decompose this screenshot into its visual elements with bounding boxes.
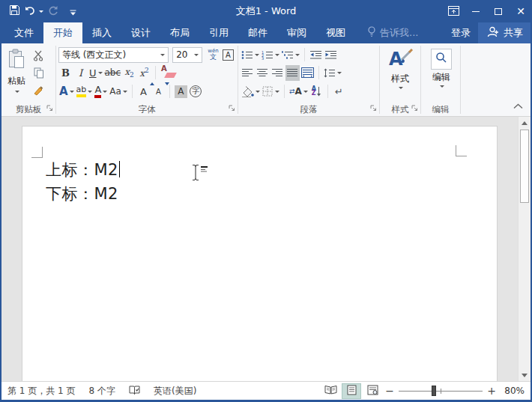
asian-layout-dropdown-arrow[interactable] <box>303 91 308 93</box>
editing-button[interactable]: 编辑 <box>423 46 459 103</box>
character-shading-button[interactable]: A <box>174 84 188 100</box>
bullets-dropdown-arrow[interactable] <box>255 54 259 56</box>
enclose-characters-button[interactable]: 字 <box>189 84 203 100</box>
increase-indent-button[interactable] <box>324 47 338 63</box>
undo-button[interactable] <box>25 3 42 19</box>
line-spacing-button[interactable] <box>323 65 342 81</box>
grow-font-button[interactable]: A <box>136 84 151 100</box>
multilevel-list-dropdown-arrow[interactable] <box>295 54 300 56</box>
line-spacing-dropdown-arrow[interactable] <box>337 72 342 74</box>
tab-view[interactable]: 视图 <box>316 22 355 43</box>
copy-button[interactable] <box>31 67 46 82</box>
italic-button[interactable]: I <box>73 65 88 81</box>
scroll-down-button[interactable] <box>519 369 531 381</box>
scrollbar-thumb[interactable] <box>520 130 529 203</box>
document-line-2[interactable]: 下标：M2 <box>46 183 118 204</box>
shading-button[interactable] <box>241 84 261 100</box>
cut-button[interactable] <box>31 49 46 64</box>
editing-dropdown-arrow[interactable] <box>440 85 444 88</box>
tab-references[interactable]: 引用 <box>199 22 238 43</box>
zoom-slider[interactable] <box>399 386 483 396</box>
share-button[interactable]: 共享 <box>478 22 532 43</box>
zoom-in-button[interactable]: + <box>486 385 498 397</box>
highlight-button[interactable]: ab <box>76 84 94 100</box>
language-indicator[interactable]: 英语(美国) <box>154 385 196 398</box>
borders-button[interactable] <box>262 84 280 100</box>
paragraph-dialog-launcher[interactable] <box>370 100 377 115</box>
paste-dropdown-arrow[interactable] <box>15 91 19 93</box>
styles-dropdown-arrow[interactable] <box>399 87 403 89</box>
multilevel-list-button[interactable] <box>281 47 300 63</box>
customize-qat-button[interactable] <box>64 3 81 19</box>
tell-me-box[interactable]: 告诉我... <box>360 22 426 43</box>
sign-in-button[interactable]: 登录 <box>444 22 478 43</box>
show-marks-button[interactable]: ↵ <box>332 84 346 100</box>
save-button[interactable] <box>6 3 22 19</box>
character-border-button[interactable]: A <box>221 47 235 63</box>
document-page[interactable]: 上标：M2 下标：M2 <box>22 126 498 381</box>
tab-review[interactable]: 审阅 <box>277 22 316 43</box>
sort-button[interactable]: AZ <box>309 84 324 100</box>
align-left-button[interactable] <box>241 65 255 81</box>
tab-home[interactable]: 开始 <box>43 22 82 43</box>
font-dialog-launcher[interactable] <box>229 100 235 115</box>
underline-button[interactable]: U <box>88 65 103 81</box>
change-case-dropdown-arrow[interactable] <box>123 91 127 93</box>
zoom-level[interactable]: 80% <box>499 386 525 396</box>
word-count[interactable]: 8 个字 <box>89 385 115 398</box>
maximize-button[interactable] <box>487 0 510 22</box>
font-color-button[interactable]: A <box>94 84 108 100</box>
styles-button[interactable]: A 样式 <box>382 46 418 103</box>
phonetic-guide-button[interactable]: wén文 <box>206 47 220 63</box>
scroll-up-button[interactable] <box>519 117 531 129</box>
styles-dialog-launcher[interactable] <box>411 100 418 115</box>
proofing-status[interactable] <box>129 385 140 398</box>
tab-layout[interactable]: 布局 <box>160 22 199 43</box>
undo-dropdown-arrow[interactable] <box>39 10 43 13</box>
change-case-button[interactable]: Aa <box>109 84 128 100</box>
print-layout-button[interactable] <box>342 383 361 399</box>
borders-dropdown-arrow[interactable] <box>275 91 279 93</box>
tab-insert[interactable]: 插入 <box>82 22 121 43</box>
minimize-button[interactable] <box>465 0 487 22</box>
distribute-button[interactable] <box>300 65 315 81</box>
bullets-button[interactable] <box>241 47 260 63</box>
document-line-1[interactable]: 上标：M2 <box>46 159 120 180</box>
align-center-button[interactable] <box>256 65 270 81</box>
zoom-slider-thumb[interactable] <box>432 386 436 396</box>
ribbon-display-options-button[interactable] <box>442 0 465 22</box>
justify-button[interactable] <box>285 65 300 81</box>
paste-button[interactable]: 粘贴 <box>4 46 29 103</box>
close-button[interactable]: ✕ <box>510 0 532 22</box>
clear-formatting-button[interactable]: A <box>160 65 176 81</box>
font-size-combo[interactable]: 20 <box>172 47 202 63</box>
text-effects-button[interactable]: A <box>58 84 75 100</box>
strikethrough-button[interactable]: abc <box>104 65 122 81</box>
decrease-indent-button[interactable] <box>309 47 323 63</box>
tab-file[interactable]: 文件 <box>4 22 43 43</box>
font-color-dropdown-arrow[interactable] <box>103 91 107 93</box>
format-painter-button[interactable] <box>31 84 46 99</box>
clipboard-dialog-launcher[interactable] <box>46 100 53 115</box>
align-right-button[interactable] <box>270 65 285 81</box>
read-mode-button[interactable] <box>321 383 340 399</box>
numbering-dropdown-arrow[interactable] <box>275 54 279 56</box>
shading-dropdown-arrow[interactable] <box>256 91 260 93</box>
zoom-out-button[interactable]: − <box>384 385 396 397</box>
vertical-scrollbar[interactable] <box>518 117 531 381</box>
page-indicator[interactable]: 第 1 页，共 1 页 <box>7 385 76 398</box>
highlight-dropdown-arrow[interactable] <box>88 91 92 93</box>
shrink-font-button[interactable]: A <box>151 84 166 100</box>
numbering-button[interactable]: 123 <box>261 47 280 63</box>
asian-layout-button[interactable]: ⇄A <box>288 84 309 100</box>
font-name-combo[interactable]: 等线 (西文正文) <box>58 47 169 63</box>
underline-dropdown-arrow[interactable] <box>98 72 103 74</box>
superscript-button[interactable]: x2 <box>137 65 151 81</box>
tab-design[interactable]: 设计 <box>121 22 160 43</box>
text-effects-dropdown-arrow[interactable] <box>70 91 74 93</box>
tab-mailings[interactable]: 邮件 <box>238 22 277 43</box>
web-layout-button[interactable] <box>363 383 382 399</box>
collapse-ribbon-button[interactable] <box>513 98 523 112</box>
bold-button[interactable]: B <box>58 65 73 81</box>
subscript-button[interactable]: x2 <box>122 65 136 81</box>
